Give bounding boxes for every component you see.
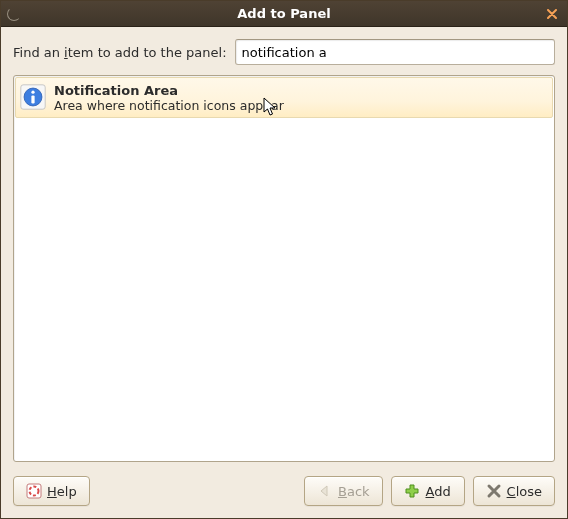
help-button[interactable]: Help xyxy=(13,476,90,506)
back-label: Back xyxy=(338,484,370,499)
back-arrow-icon xyxy=(317,483,333,499)
dialog-window: Add to Panel Find an item to add to the … xyxy=(0,0,568,519)
list-item[interactable]: Notification Area Area where notificatio… xyxy=(15,77,553,118)
search-label: Find an item to add to the panel: xyxy=(13,45,227,60)
info-icon xyxy=(20,84,46,110)
help-icon xyxy=(26,483,42,499)
add-icon xyxy=(404,483,420,499)
window-title: Add to Panel xyxy=(1,6,567,21)
svg-point-2 xyxy=(31,91,34,94)
add-label: Add xyxy=(425,484,450,499)
search-label-pre: Find an xyxy=(13,45,64,60)
add-button[interactable]: Add xyxy=(391,476,465,506)
search-row: Find an item to add to the panel: xyxy=(13,39,555,65)
list-item-description: Area where notification icons appear xyxy=(54,98,284,113)
list-item-title: Notification Area xyxy=(54,83,284,98)
list-item-text: Notification Area Area where notificatio… xyxy=(54,82,284,113)
titlebar[interactable]: Add to Panel xyxy=(1,1,567,27)
search-input[interactable] xyxy=(235,39,555,65)
close-button[interactable]: Close xyxy=(473,476,555,506)
back-button: Back xyxy=(304,476,383,506)
search-label-post: tem to add to the panel: xyxy=(68,45,227,60)
results-area: Notification Area Area where notificatio… xyxy=(13,75,555,462)
svg-rect-3 xyxy=(31,95,34,103)
close-x-icon xyxy=(486,483,502,499)
button-bar: Help Back Add Close xyxy=(13,476,555,506)
dialog-content: Find an item to add to the panel: Notifi… xyxy=(1,27,567,518)
help-label: Help xyxy=(47,484,77,499)
results-list[interactable]: Notification Area Area where notificatio… xyxy=(13,75,555,462)
close-label: Close xyxy=(507,484,542,499)
